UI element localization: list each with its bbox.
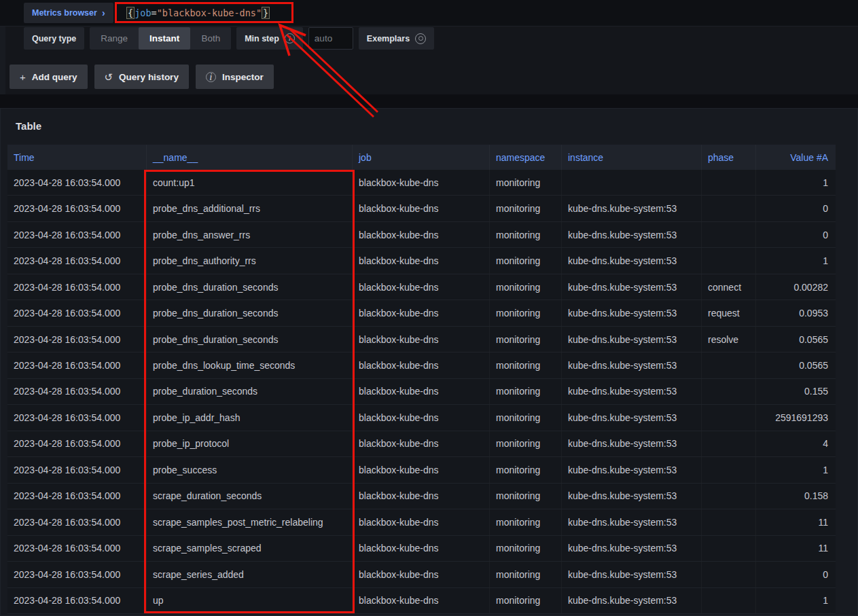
- table-cell: 0: [756, 562, 836, 587]
- table-cell: 11: [756, 536, 836, 561]
- table-cell: [562, 170, 702, 195]
- min-step-chip: Min step i: [236, 27, 303, 50]
- min-step-input[interactable]: auto: [308, 27, 353, 50]
- table-cell: kube-dns.kube-system:53: [562, 379, 702, 404]
- table-cell: kube-dns.kube-system:53: [562, 327, 702, 352]
- table-cell: blackbox-kube-dns: [353, 588, 490, 613]
- table-cell: 0.0565: [756, 327, 836, 352]
- table-cell: [702, 248, 756, 273]
- table-cell: up: [147, 588, 353, 613]
- table-cell: kube-dns.kube-system:53: [562, 352, 702, 378]
- query-options-row: Query type RangeInstantBoth Min step i a…: [24, 27, 434, 50]
- inspector-button[interactable]: i Inspector: [196, 65, 274, 89]
- column-header-value-a[interactable]: Value #A: [756, 145, 836, 170]
- table-cell: [702, 431, 756, 456]
- exemplars-chip: Exemplars: [359, 27, 434, 50]
- table-cell: 2023-04-28 16:03:54.000: [7, 509, 147, 535]
- query-type-option-range[interactable]: Range: [90, 27, 139, 50]
- table-cell: 2023-04-28 16:03:54.000: [7, 327, 147, 352]
- table-cell: blackbox-kube-dns: [353, 327, 490, 352]
- query-expression-input[interactable]: {job="blackbox-kube-dns"}: [126, 0, 270, 26]
- table-cell: probe_dns_answer_rrs: [147, 222, 353, 247]
- table-cell: 2023-04-28 16:03:54.000: [7, 170, 147, 195]
- table-cell: [702, 196, 756, 221]
- table-cell: 2023-04-28 16:03:54.000: [7, 588, 147, 613]
- table-row: 2023-04-28 16:03:54.000probe_dns_lookup_…: [7, 352, 836, 378]
- column-header-namespace[interactable]: namespace: [490, 145, 562, 170]
- results-table: Time__name__jobnamespaceinstancephaseVal…: [7, 145, 836, 614]
- add-query-label: Add query: [32, 72, 77, 82]
- min-step-label: Min step: [245, 34, 279, 43]
- metrics-browser-button[interactable]: Metrics browser ›: [24, 3, 113, 23]
- table-cell: monitoring: [490, 588, 562, 613]
- table-cell: 2591691293: [756, 405, 836, 430]
- table-cell: request: [702, 300, 756, 325]
- table-cell: probe_duration_seconds: [147, 379, 353, 404]
- table-cell: [702, 170, 756, 195]
- table-cell: 2023-04-28 16:03:54.000: [7, 405, 147, 430]
- column-header-job[interactable]: job: [353, 145, 490, 170]
- column-header-instance[interactable]: instance: [562, 145, 702, 170]
- table-cell: monitoring: [490, 509, 562, 535]
- table-cell: resolve: [702, 327, 756, 352]
- table-cell: blackbox-kube-dns: [353, 484, 490, 509]
- table-cell: scrape_duration_seconds: [147, 484, 353, 509]
- table-panel: Table Time__name__jobnamespaceinstanceph…: [0, 108, 858, 616]
- history-icon: ↺: [105, 72, 113, 82]
- table-cell: kube-dns.kube-system:53: [562, 222, 702, 247]
- table-cell: kube-dns.kube-system:53: [562, 431, 702, 456]
- table-cell: probe_dns_authority_rrs: [147, 248, 353, 273]
- plus-icon: +: [20, 72, 26, 82]
- info-icon[interactable]: i: [285, 33, 295, 43]
- column-header-time[interactable]: Time: [7, 145, 147, 170]
- table-cell: monitoring: [490, 457, 562, 482]
- table-cell: probe_dns_additional_rrs: [147, 196, 353, 221]
- table-cell: 2023-04-28 16:03:54.000: [7, 300, 147, 325]
- equals-operator: =: [151, 7, 157, 18]
- query-type-option-instant[interactable]: Instant: [139, 27, 190, 50]
- table-cell: blackbox-kube-dns: [353, 196, 490, 221]
- query-history-button[interactable]: ↺ Query history: [94, 65, 189, 89]
- table-cell: monitoring: [490, 352, 562, 378]
- table-cell: probe_dns_lookup_time_seconds: [147, 352, 353, 378]
- table-cell: monitoring: [490, 327, 562, 352]
- table-cell: kube-dns.kube-system:53: [562, 562, 702, 587]
- column-header-phase[interactable]: phase: [702, 145, 756, 170]
- table-cell: 2023-04-28 16:03:54.000: [7, 484, 147, 509]
- table-cell: 1: [756, 588, 836, 613]
- table-cell: blackbox-kube-dns: [353, 405, 490, 430]
- add-query-button[interactable]: + Add query: [10, 65, 88, 89]
- table-cell: probe_ip_addr_hash: [147, 405, 353, 430]
- query-type-option-both[interactable]: Both: [190, 27, 231, 50]
- exemplars-toggle[interactable]: [415, 33, 426, 44]
- min-step-value: auto: [315, 33, 332, 43]
- table-row: 2023-04-28 16:03:54.000scrape_duration_s…: [7, 484, 836, 509]
- table-cell: [702, 509, 756, 535]
- table-cell: kube-dns.kube-system:53: [562, 536, 702, 561]
- toggle-inner-circle: [418, 36, 423, 41]
- table-cell: kube-dns.kube-system:53: [562, 509, 702, 535]
- exemplars-label: Exemplars: [367, 34, 410, 43]
- table-cell: 2023-04-28 16:03:54.000: [7, 379, 147, 404]
- table-cell: [702, 484, 756, 509]
- table-cell: probe_success: [147, 457, 353, 482]
- editor-actions-row: + Add query ↺ Query history i Inspector: [10, 65, 274, 89]
- table-cell: 1: [756, 457, 836, 482]
- table-cell: 2023-04-28 16:03:54.000: [7, 562, 147, 587]
- table-row: 2023-04-28 16:03:54.000scrape_samples_po…: [7, 509, 836, 535]
- table-cell: kube-dns.kube-system:53: [562, 457, 702, 482]
- table-cell: monitoring: [490, 431, 562, 456]
- table-cell: monitoring: [490, 484, 562, 509]
- table-row: 2023-04-28 16:03:54.000probe_duration_se…: [7, 379, 836, 405]
- column-header--name-[interactable]: __name__: [147, 145, 353, 170]
- table-row: 2023-04-28 16:03:54.000probe_dns_duratio…: [7, 300, 836, 326]
- table-cell: scrape_samples_post_metric_relabeling: [147, 509, 353, 535]
- table-row: 2023-04-28 16:03:54.000upblackbox-kube-d…: [7, 588, 836, 614]
- table-cell: kube-dns.kube-system:53: [562, 484, 702, 509]
- table-row: 2023-04-28 16:03:54.000probe_dns_answer_…: [7, 222, 836, 248]
- table-cell: [702, 536, 756, 561]
- label-name: job: [135, 7, 151, 18]
- table-cell: blackbox-kube-dns: [353, 536, 490, 561]
- table-cell: [702, 352, 756, 378]
- table-cell: 0.0565: [756, 352, 836, 378]
